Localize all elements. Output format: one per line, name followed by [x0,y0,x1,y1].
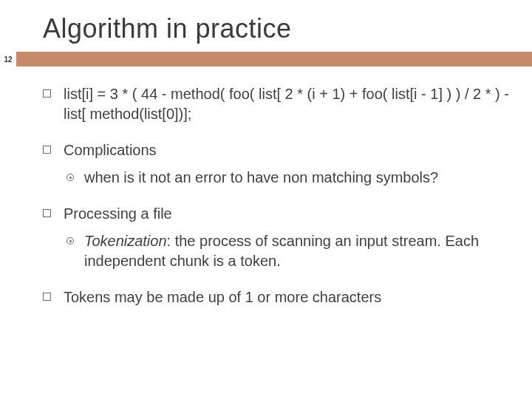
list-item: list[i] = 3 * ( 44 - method( foo( list[ … [43,84,511,124]
list-item: Tokens may be made up of 1 or more chara… [43,287,511,307]
bullet-list: list[i] = 3 * ( 44 - method( foo( list[ … [43,84,511,307]
bullet-text: Processing a file [64,205,172,222]
slide-content: list[i] = 3 * ( 44 - method( foo( list[ … [0,66,532,307]
bullet-text: Complications [64,142,157,158]
list-item: Processing a file Tokenization: the proc… [43,204,511,271]
bullet-text: Tokens may be made up of 1 or more chara… [64,289,381,305]
page-number: 12 [0,52,16,66]
accent-bar-row: 12 [0,52,532,66]
sub-bullet-list: when is it not an error to have non matc… [64,168,511,188]
slide-title: Algorithm in practice [0,0,532,52]
list-item: Complications when is it not an error to… [43,140,511,188]
sub-bullet-emphasis: Tokenization [84,233,167,249]
sub-bullet-list: Tokenization: the process of scanning an… [64,231,511,271]
list-item: Tokenization: the process of scanning an… [64,231,511,271]
list-item: when is it not an error to have non matc… [64,168,511,188]
sub-bullet-text: when is it not an error to have non matc… [84,169,438,185]
bullet-text: list[i] = 3 * ( 44 - method( foo( list[ … [64,86,509,122]
accent-bar [16,52,532,66]
